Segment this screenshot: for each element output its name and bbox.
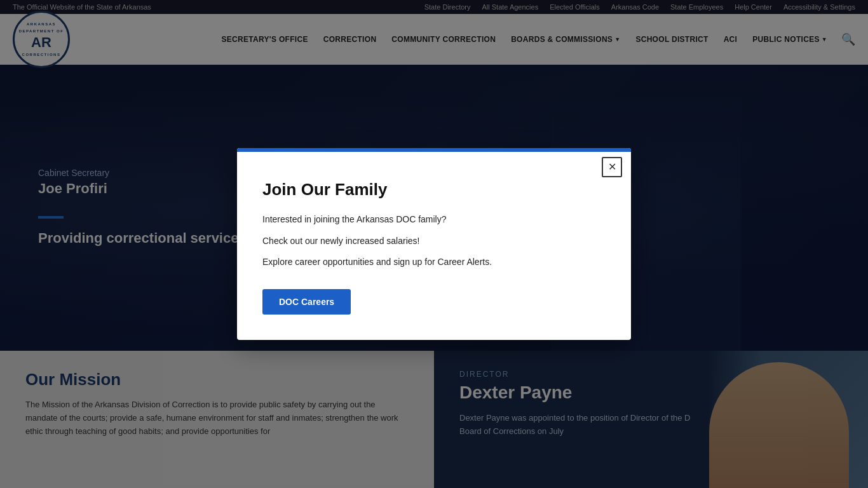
modal-line1: Interested in joining the Arkansas DOC f…	[262, 212, 606, 227]
doc-careers-button[interactable]: DOC Careers	[262, 289, 351, 315]
modal-dialog: ✕ Join Our Family Interested in joining …	[237, 148, 631, 340]
modal-overlay[interactable]: ✕ Join Our Family Interested in joining …	[0, 0, 868, 488]
modal-title: Join Our Family	[262, 180, 606, 200]
modal-line3: Explore career opportunities and sign up…	[262, 255, 606, 270]
modal-line2: Check out our newly increased salaries!	[262, 234, 606, 249]
modal-close-button[interactable]: ✕	[602, 157, 622, 177]
modal-accent-bar	[237, 148, 631, 152]
